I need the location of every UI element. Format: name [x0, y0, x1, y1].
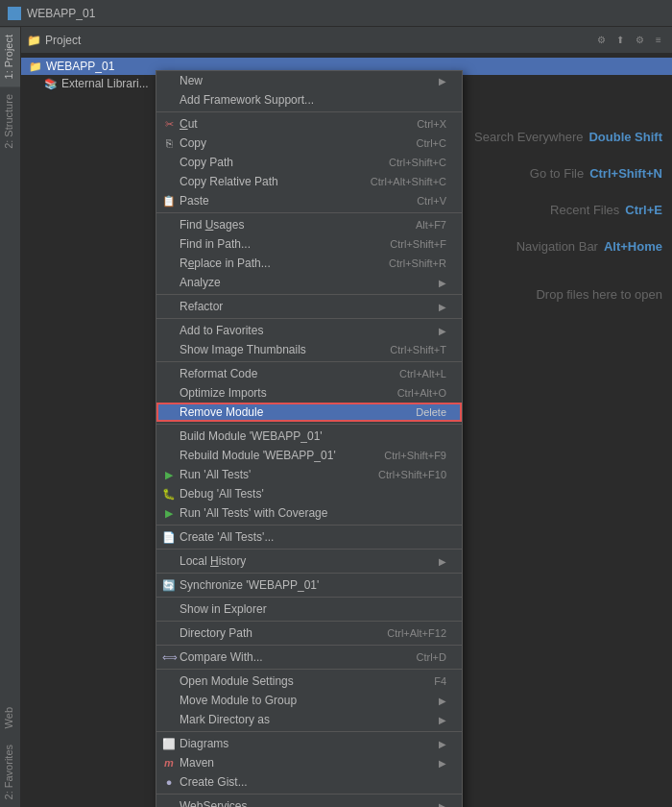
- hint-navigation-bar: Navigation Bar Alt+Home: [474, 232, 662, 261]
- title-bar: WEBAPP_01: [0, 0, 672, 27]
- submenu-arrow-icon: ▶: [439, 278, 446, 288]
- separator-12: [156, 645, 462, 646]
- menu-item-show-in-explorer[interactable]: Show in Explorer: [156, 599, 462, 619]
- submenu-arrow-icon: ▶: [439, 696, 446, 706]
- menu-item-copy-relative-path[interactable]: Copy Relative Path Ctrl+Alt+Shift+C: [156, 172, 462, 191]
- submenu-arrow-icon: ▶: [439, 556, 446, 567]
- submenu-arrow-icon: ▶: [439, 758, 446, 769]
- sidebar-tab-structure[interactable]: 2: Structure: [0, 86, 20, 157]
- compare-icon: ⟺: [162, 651, 176, 664]
- toolbar-gear-icon[interactable]: ⚙: [632, 33, 647, 48]
- menu-item-add-framework[interactable]: Add Framework Support...: [156, 90, 462, 110]
- menu-item-cut[interactable]: ✂ Cut Ctrl+X: [156, 114, 462, 134]
- hint-drop-files: Drop files here to open: [474, 281, 662, 309]
- menu-item-copy-path[interactable]: Copy Path Ctrl+Shift+C: [156, 153, 462, 172]
- menu-item-refactor[interactable]: Refactor ▶: [156, 297, 462, 316]
- menu-item-compare-with[interactable]: ⟺ Compare With... Ctrl+D: [156, 648, 462, 667]
- folder-icon: 📁: [27, 34, 41, 47]
- separator-5: [156, 361, 462, 362]
- separator-1: [156, 111, 462, 112]
- library-icon: 📚: [44, 78, 58, 90]
- menu-item-reformat-code[interactable]: Reformat Code Ctrl+Alt+L: [156, 364, 462, 383]
- menu-item-remove-module[interactable]: Remove Module Delete: [156, 403, 462, 422]
- menu-item-directory-path[interactable]: Directory Path Ctrl+Alt+F12: [156, 624, 462, 643]
- menu-item-webservices[interactable]: WebServices ▶: [156, 796, 462, 807]
- menu-item-mark-directory-as[interactable]: Mark Directory as ▶: [156, 710, 462, 729]
- folder-icon: 📁: [29, 61, 42, 73]
- submenu-arrow-icon: ▶: [439, 326, 446, 336]
- hint-recent-files: Recent Files Ctrl+E: [474, 196, 662, 225]
- submenu-arrow-icon: ▶: [439, 801, 446, 808]
- project-toolbar: 📁 Project ⚙ ⬆ ⚙ ≡: [21, 27, 672, 54]
- toolbar-project-label: 📁 Project: [27, 34, 81, 47]
- separator-2: [156, 212, 462, 213]
- separator-9: [156, 573, 462, 574]
- run-icon: ▶: [162, 469, 176, 481]
- toolbar-scroll-icon[interactable]: ⬆: [612, 33, 628, 48]
- menu-item-debug-tests[interactable]: 🐛 Debug 'All Tests': [156, 484, 462, 503]
- separator-10: [156, 597, 462, 598]
- toolbar-settings-icon[interactable]: ⚙: [593, 33, 609, 48]
- coverage-icon: ▶: [162, 507, 176, 520]
- menu-item-find-in-path[interactable]: Find in Path... Ctrl+Shift+F: [156, 234, 462, 254]
- menu-item-build-module[interactable]: Build Module 'WEBAPP_01': [156, 427, 462, 446]
- separator-13: [156, 669, 462, 670]
- toolbar-menu-icon[interactable]: ≡: [651, 33, 666, 48]
- menu-item-analyze[interactable]: Analyze ▶: [156, 273, 462, 292]
- menu-item-create-gist[interactable]: ● Create Gist...: [156, 772, 462, 792]
- separator-6: [156, 424, 462, 425]
- menu-item-find-usages[interactable]: Find Usages Alt+F7: [156, 215, 462, 234]
- main-area: 📁 Project ⚙ ⬆ ⚙ ≡ 📁 WEBAPP_01 📚 External…: [21, 27, 672, 807]
- menu-item-move-module-to-group[interactable]: Move Module to Group ▶: [156, 691, 462, 710]
- hint-goto-file: Go to File Ctrl+Shift+N: [474, 159, 662, 188]
- menu-item-local-history[interactable]: Local History ▶: [156, 551, 462, 571]
- separator-8: [156, 549, 462, 550]
- menu-item-rebuild-module[interactable]: Rebuild Module 'WEBAPP_01' Ctrl+Shift+F9: [156, 446, 462, 465]
- menu-item-paste[interactable]: 📋 Paste Ctrl+V: [156, 191, 462, 210]
- submenu-arrow-icon: ▶: [439, 715, 446, 725]
- separator-15: [156, 794, 462, 795]
- menu-item-create-tests[interactable]: 📄 Create 'All Tests'...: [156, 527, 462, 547]
- sidebar-tab-web[interactable]: Web: [0, 699, 20, 736]
- gist-icon: ●: [162, 776, 176, 788]
- menu-item-replace-in-path[interactable]: Replace in Path... Ctrl+Shift+R: [156, 254, 462, 273]
- debug-icon: 🐛: [162, 488, 176, 501]
- menu-item-new[interactable]: New ▶: [156, 71, 462, 90]
- submenu-arrow-icon: ▶: [439, 739, 446, 749]
- scissors-icon: ✂: [162, 118, 176, 131]
- menu-item-show-image-thumbnails[interactable]: Show Image Thumbnails Ctrl+Shift+T: [156, 340, 462, 359]
- app-icon: [8, 7, 21, 20]
- left-sidebar: 1: Project 2: Structure Web 2: Favorites: [0, 27, 21, 807]
- menu-item-copy[interactable]: ⎘ Copy Ctrl+C: [156, 134, 462, 153]
- menu-item-run-coverage[interactable]: ▶ Run 'All Tests' with Coverage: [156, 503, 462, 523]
- menu-item-diagrams[interactable]: ⬜ Diagrams ▶: [156, 734, 462, 753]
- hint-search-everywhere: Search Everywhere Double Shift: [474, 123, 662, 152]
- create-icon: 📄: [162, 531, 176, 544]
- separator-3: [156, 294, 462, 295]
- maven-icon: m: [162, 757, 176, 769]
- diagrams-icon: ⬜: [162, 738, 176, 750]
- separator-14: [156, 731, 462, 732]
- separator-7: [156, 525, 462, 526]
- sidebar-tab-favorites[interactable]: 2: Favorites: [0, 737, 20, 807]
- sidebar-tab-project[interactable]: 1: Project: [0, 27, 20, 86]
- toolbar-icons: ⚙ ⬆ ⚙ ≡: [593, 33, 666, 48]
- separator-4: [156, 318, 462, 319]
- paste-icon: 📋: [162, 195, 176, 208]
- copy-icon: ⎘: [162, 137, 176, 149]
- submenu-arrow-icon: ▶: [439, 302, 446, 312]
- menu-item-run-tests[interactable]: ▶ Run 'All Tests' Ctrl+Shift+F10: [156, 465, 462, 484]
- menu-item-synchronize[interactable]: 🔄 Synchronize 'WEBAPP_01': [156, 575, 462, 595]
- menu-item-optimize-imports[interactable]: Optimize Imports Ctrl+Alt+O: [156, 383, 462, 403]
- menu-item-maven[interactable]: m Maven ▶: [156, 753, 462, 772]
- separator-11: [156, 621, 462, 622]
- menu-item-add-favorites[interactable]: Add to Favorites ▶: [156, 321, 462, 340]
- submenu-arrow-icon: ▶: [439, 76, 446, 86]
- sync-icon: 🔄: [162, 579, 176, 592]
- context-menu: New ▶ Add Framework Support... ✂ Cut Ctr…: [156, 70, 463, 807]
- right-hints: Search Everywhere Double Shift Go to Fil…: [474, 123, 662, 317]
- menu-item-open-module-settings[interactable]: Open Module Settings F4: [156, 672, 462, 691]
- window-title: WEBAPP_01: [27, 7, 95, 20]
